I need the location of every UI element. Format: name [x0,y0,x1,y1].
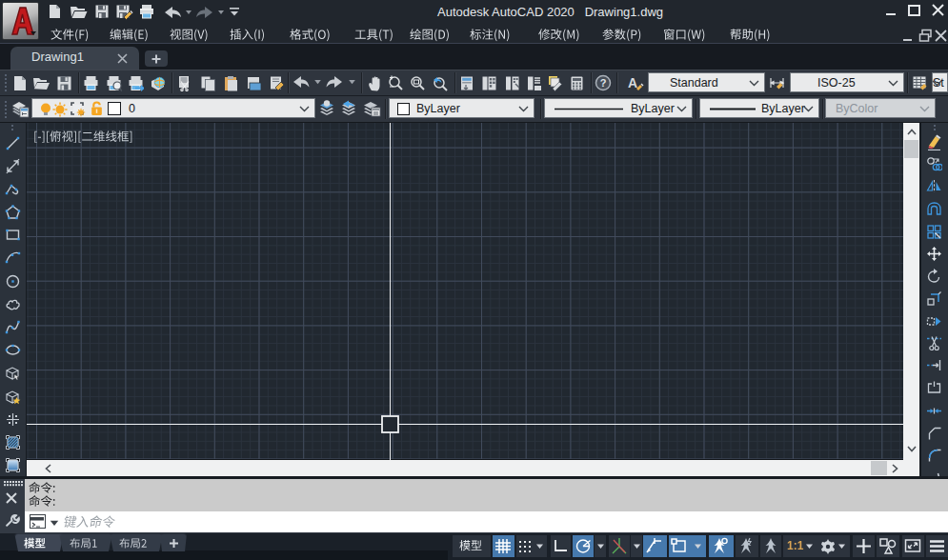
svg-text:A: A [628,75,637,90]
svg-text:?: ? [600,77,607,89]
